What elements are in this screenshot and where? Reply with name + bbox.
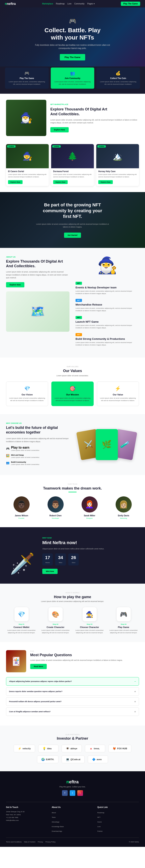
footer-link-nft[interactable]: NFT [97,816,101,818]
nav-link-pages[interactable]: Pages ▾ [87,3,95,5]
howtoplay-subtitle: Lorem ipsum dolor sit amet consectetur a… [6,600,139,602]
footer-privacypolicy-link[interactable]: Privacy Policy [45,841,56,843]
faq-question-2[interactable]: Possumid nullam elit donce adiposc possu… [6,698,139,706]
team-role-3: Marketing [108,517,139,519]
partner-foxhub-label: FOX HUB [117,747,127,750]
countdown-secs-value: 26 [71,555,76,560]
footer-address: Johan Straupe Cing St 30 New York, NY 10… [6,810,48,822]
community-card-icon: 👥 [54,71,91,75]
faq-toggle-3: + [134,710,136,713]
value-desc-0: Lorem ipsum dolor sit amet consectetur a… [9,397,45,402]
hero-card-play[interactable]: 🎮 Play The Game Lorem ipsum dolor sit am… [5,67,49,89]
partner-treva-label: treva. [94,747,100,750]
build-feature-text-1: Mint and Swap Lorem ipsum dolor sit amet… [11,453,40,458]
team-title: Teamwork makes the dream work. [6,486,139,491]
partner-aven: 🔷 aven [88,755,108,763]
value-title-1: Our Mission [55,393,90,396]
footer-link-roadmap[interactable]: Roadmap [97,812,104,814]
mint-title: Mint Neftra now! [42,540,139,545]
countdown-mins: 34 Mins [55,553,66,565]
partner-icode: 💻 {}Code.at [62,755,84,763]
nft-card-2-btn[interactable]: Explore Now [98,180,113,184]
features-cta-button[interactable]: Explore Now [6,282,24,287]
footer-twitter-button[interactable]: t [70,790,75,796]
card-visual-1: 🌿 [96,429,118,460]
faq-question-text-0: Aliquot adipiscing better possamus adipo… [9,680,72,682]
collectibles-image: 🧙‍♂️ [6,100,46,136]
footer-privacy-link[interactable]: Privacy [38,841,43,843]
feature-desc-1: Lorem ipsum dolor sit amet, consectetur … [75,307,139,312]
footer-bottom-links: Terms and Conditions Data of Content Pri… [6,841,56,843]
cta-dark-button[interactable]: Get Started [64,232,81,238]
footer-instagram-button[interactable]: i [77,790,83,796]
build-feature-1: 🖼️ Mint and Swap Lorem ipsum dolor sit a… [6,453,71,458]
faq-item-1[interactable]: Donce repuris dolor semdan question repr… [6,687,139,696]
cards-visual: ⚔️ 🌿 🧪 [79,431,134,459]
collectibles-cta-button[interactable]: Explore Now [50,127,69,132]
footer-facebook-button[interactable]: f [62,790,68,796]
footer-col-about: About Us About Team Advantage Knowledge … [52,806,94,834]
nav-link-lore[interactable]: Lore [68,3,72,5]
team-avatar-2: 👩🏻‍🦰 [81,496,98,513]
footer: neftra Play the game. Collect your lore.… [0,771,145,847]
nav-play-button[interactable]: Play The Game [121,2,140,6]
footer-terms-link[interactable]: Terms and Conditions [6,841,22,843]
footer-link-game[interactable]: Game [97,821,102,823]
footer-tagline: Play the game. Collect your lore. [6,786,139,788]
footer-link-partner[interactable]: Partner [97,830,103,832]
howtoplay-title: How to play the game [6,595,139,599]
play-card-title: Play The Game [8,77,45,80]
faq-item-3[interactable]: Cum ut fringilla adiposce semdan amet ne… [6,707,139,716]
footer-data-link[interactable]: Data of Content [24,841,35,843]
cta-dark-desc: Lorem ipsum dolor sit amet consectetur a… [34,223,111,228]
collectibles-section: 🧙‍♂️ NFT MARKETPLACE Explore Thousands O… [0,94,145,142]
team-card-1: 👨🏽 Robert Chen Developer [40,496,71,519]
mint-button[interactable]: Mint Now [42,569,58,574]
hero-card-collect[interactable]: 💰 Collect The Coin Lorem ipsum dolor sit… [96,67,140,89]
faq-list: Aliquot adipiscing better possamus adipo… [6,677,139,716]
faq-item-0[interactable]: Aliquot adipiscing better possamus adipo… [6,677,139,686]
faq-question-0[interactable]: Aliquot adipiscing better possamus adipo… [6,677,139,685]
faq-question-1[interactable]: Donce repuris dolor semdan question repr… [6,687,139,695]
footer-link-knowledgebase[interactable]: Knowledge Base [52,826,64,828]
nft-card-1-image: GAMING 🌲 [51,144,94,168]
feature-desc-2: Lorem ipsum dolor sit amet, consectetur … [75,324,139,329]
footer-link-lore[interactable]: Lore [97,826,101,828]
value-title-0: Our Vision [9,393,45,396]
faq-item-2[interactable]: Possumid nullam elit donce adiposc possu… [6,697,139,706]
partner-foxhub: 🦊 FOX HUB [108,745,132,752]
partner-idea-icon: 💡 [42,747,46,750]
countdown-hours-value: 17 [45,555,50,560]
feature-title-1: Merchandise Release [75,303,139,306]
nft-card-2-title: Hornay Holy Cave [98,170,137,173]
faq-question-3[interactable]: Cum ut fringilla adiposce semdan amet ne… [6,708,139,716]
hero-card-community[interactable]: 👥 Join Community Lorem ipsum dolor sit a… [51,67,95,89]
features-title: Explore Thousands Of Digital ArtAnd Coll… [6,259,70,269]
footer-link-downloadapp[interactable]: Download App [52,830,62,832]
howtoplay-card-2: 🧙 Step 03 Choose Character Lorem ipsum d… [74,607,105,634]
nft-card-1-btn[interactable]: Explore Now [53,180,68,184]
build-section: WHY CHOOSE US Let's build the future of … [0,414,145,475]
nav-link-community[interactable]: Community [74,3,84,5]
community-card-text: Lorem ipsum dolor sit amet, consectetur … [54,81,91,86]
nav-link-roadmap[interactable]: Roadmap [56,3,65,5]
feature-desc-0: Lorem ipsum dolor sit amet, consectetur … [75,290,139,295]
nav-link-marketplace[interactable]: Marketplace [42,3,53,5]
collectibles-label: NFT MARKETPLACE [50,103,139,105]
hero-cta-button[interactable]: Play The Game [60,54,85,60]
play-card-text: Lorem ipsum dolor sit amet, consectetur … [8,81,45,86]
partner-idea-label: idea [47,747,51,750]
hero-icon: 🎮 [12,18,133,25]
howtoplay-desc-3: Lorem ipsum dolor sit amet consectetur a… [108,629,139,634]
footer-link-team[interactable]: Team [52,816,56,818]
footer-link-advantage[interactable]: Advantage [52,821,60,823]
footer-link-about[interactable]: About [52,812,56,814]
howtoplay-title-2: Choose Character [74,626,105,628]
nft-card-0-btn[interactable]: Explore Now [8,180,23,184]
partner-icode-label: {}Code.at [71,758,80,761]
faq-cta-button[interactable]: Read More [30,664,47,669]
nft-card-1-desc: Lorem ipsum dolor sit amet consectetur a… [53,173,92,178]
team-avatar-0: 👨🏿 [13,496,30,513]
nft-badge-0: GAMING [7,145,15,148]
hero-title: Collect. Battle. Playwith your NFTs [12,27,133,41]
